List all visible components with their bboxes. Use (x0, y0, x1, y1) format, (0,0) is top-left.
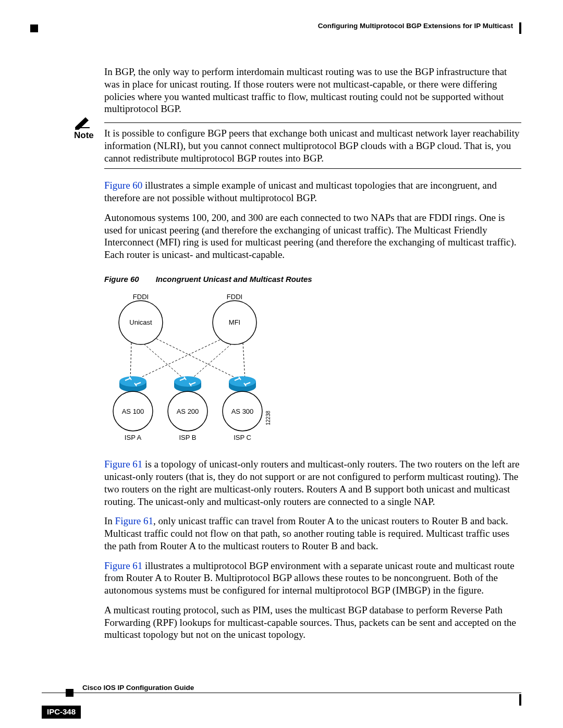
note-block: Note It is possible to configure BGP pee… (104, 122, 521, 169)
figure-60-diagram: FDDI FDDI Unicast MFI (104, 294, 521, 448)
figure-60-link[interactable]: Figure 60 (104, 180, 142, 191)
note-divider-top (104, 122, 521, 123)
header-tick-mark (519, 22, 521, 34)
label-ispb: ISP B (179, 434, 196, 441)
label-mfi: MFI (229, 318, 240, 326)
label-as300: AS 300 (231, 408, 254, 415)
paragraph-5-text: , only unicast traffic can travel from R… (104, 515, 509, 551)
figure-id: 12238 (265, 410, 271, 425)
svg-point-10 (119, 376, 146, 387)
label-as100: AS 100 (122, 408, 144, 415)
router-icon-as100 (119, 376, 146, 392)
router-icon-as300 (229, 376, 256, 392)
svg-line-6 (190, 344, 231, 380)
decor-square-top (30, 24, 38, 32)
footer-tick-mark (519, 694, 521, 706)
paragraph-6-text: illustrates a multiprotocol BGP environm… (104, 560, 515, 596)
decor-square-footer (66, 689, 74, 697)
svg-line-4 (156, 339, 240, 380)
figure-caption: Figure 60Incongruent Unicast and Multica… (104, 275, 521, 285)
running-header: Configuring Multiprotocol BGP Extensions… (318, 20, 521, 32)
label-fddi-left: FDDI (133, 294, 149, 301)
label-ispc: ISP C (234, 434, 251, 441)
paragraph-4-text: is a topology of unicast-only routers an… (104, 459, 519, 507)
note-text: It is possible to configure BGP peers th… (104, 127, 521, 164)
figure-61-link-1[interactable]: Figure 61 (104, 459, 142, 470)
svg-line-5 (136, 340, 220, 380)
figure-61-link-3[interactable]: Figure 61 (104, 560, 142, 571)
footer-guide-title: Cisco IOS IP Configuration Guide (80, 684, 196, 693)
header-title: Configuring Multiprotocol BGP Extensions… (318, 22, 513, 30)
note-divider-bottom (104, 168, 521, 169)
figure-61-link-2[interactable]: Figure 61 (115, 515, 153, 526)
note-label: Note (74, 130, 94, 141)
label-as200: AS 200 (177, 408, 199, 415)
router-icon-as200 (174, 376, 201, 392)
paragraph-2: Figure 60 illustrates a simple example o… (104, 179, 521, 204)
svg-point-16 (229, 376, 256, 387)
paragraph-6: Figure 61 illustrates a multiprotocol BG… (104, 560, 521, 597)
page-number-badge: IPC-348 (42, 706, 81, 719)
paragraph-5: In Figure 61, only unicast traffic can t… (104, 515, 521, 552)
svg-line-2 (130, 343, 131, 380)
paragraph-4: Figure 61 is a topology of unicast-only … (104, 458, 521, 508)
label-ispa: ISP A (125, 434, 142, 441)
paragraph-5-pre: In (104, 515, 115, 526)
paragraph-2-text: illustrates a simple example of unicast … (104, 180, 497, 203)
svg-point-13 (174, 376, 201, 387)
paragraph-3: Autonomous systems 100, 200, and 300 are… (104, 212, 521, 261)
footer: Cisco IOS IP Configuration Guide (42, 693, 521, 708)
paragraph-7: A multicast routing protocol, such as PI… (104, 604, 521, 641)
svg-line-3 (144, 344, 185, 380)
svg-line-7 (243, 343, 245, 380)
label-unicast: Unicast (129, 318, 152, 326)
paragraph-1: In BGP, the only way to perform interdom… (104, 66, 521, 115)
figure-number: Figure 60 (104, 275, 139, 283)
figure-title: Incongruent Unicast and Multicast Routes (156, 275, 312, 283)
label-fddi-right: FDDI (227, 294, 242, 301)
